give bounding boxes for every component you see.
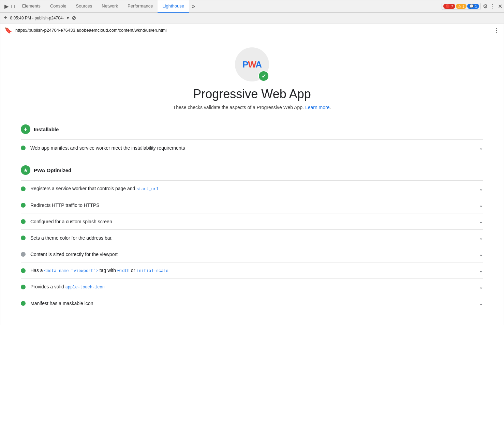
plus-icon: + xyxy=(24,126,28,133)
pwa-logo-wrapper: PWA xyxy=(21,47,483,81)
window-icon[interactable]: □ xyxy=(11,3,15,10)
audit-row-viewport-tag[interactable]: Has a <meta name="viewport"> tag with wi… xyxy=(21,262,483,278)
installable-icon: + xyxy=(21,124,30,134)
session-bar: + 8:05:49 PM - publish-p24704- ▾ ⊘ xyxy=(0,13,504,24)
page-subtitle: These checks validate the aspects of a P… xyxy=(21,105,483,110)
pass-dot xyxy=(21,146,26,150)
pwa-optimized-label: PWA Optimized xyxy=(34,167,71,173)
tab-console[interactable]: Console xyxy=(45,0,71,13)
pwa-check-badge xyxy=(258,71,269,81)
audit-text-viewport-tag: Has a <meta name="viewport"> tag with wi… xyxy=(30,268,475,273)
pass-dot xyxy=(21,203,26,208)
url-more-icon[interactable]: ⋮ xyxy=(493,27,500,34)
session-dropdown-icon[interactable]: ▾ xyxy=(67,16,69,20)
devtools-wrapper: ▶ □ Elements Console Sources Network Per… xyxy=(0,0,504,325)
chevron-down-icon: ⌄ xyxy=(479,251,483,257)
badge-group[interactable]: 🔴 7 ⚠ 1 💬 1 xyxy=(442,3,481,10)
info-icon: 💬 xyxy=(469,4,474,9)
audit-row-https[interactable]: Redirects HTTP traffic to HTTPS ⌄ xyxy=(21,197,483,213)
code-start-url: start_url xyxy=(136,187,159,192)
audit-row-service-worker[interactable]: Registers a service worker that controls… xyxy=(21,180,483,197)
subtitle-text: These checks validate the aspects of a P… xyxy=(173,105,304,110)
more-options-icon[interactable]: ⋮ xyxy=(490,3,496,10)
tab-lighthouse[interactable]: Lighthouse xyxy=(158,0,189,13)
star-icon: ★ xyxy=(23,167,28,174)
audit-text-https: Redirects HTTP traffic to HTTPS xyxy=(30,202,475,208)
main-content: PWA Progressive Web App These checks val… xyxy=(0,37,504,325)
pwa-a: A xyxy=(255,59,262,70)
block-icon[interactable]: ⊘ xyxy=(72,15,76,21)
audit-row-viewport-size[interactable]: Content is sized correctly for the viewp… xyxy=(21,246,483,262)
info-badge: 💬 1 xyxy=(467,4,479,9)
security-icon: 🔖 xyxy=(4,27,12,34)
close-icon[interactable]: ✕ xyxy=(498,3,502,10)
tab-elements[interactable]: Elements xyxy=(17,0,45,13)
pass-dot xyxy=(21,186,26,191)
page-title: Progressive Web App xyxy=(21,87,483,101)
info-count: 1 xyxy=(475,4,477,9)
pass-dot xyxy=(21,285,26,289)
tab-more-button[interactable]: » xyxy=(189,3,198,10)
code-meta-viewport: <meta name="viewport"> xyxy=(44,269,98,273)
audit-text-apple-touch-icon: Provides a valid apple-touch-icon xyxy=(30,284,475,290)
warning-badge: ⚠ 1 xyxy=(456,4,466,9)
add-session-button[interactable]: + xyxy=(4,14,8,21)
info-dot xyxy=(21,252,26,257)
url-text: https://publish-p24704-e76433.adobeaemcl… xyxy=(15,28,490,33)
tab-performance[interactable]: Performance xyxy=(123,0,158,13)
installable-label: Installable xyxy=(34,126,59,132)
audit-row-installable-1[interactable]: Web app manifest and service worker meet… xyxy=(21,139,483,156)
pwa-logo-text: PWA xyxy=(242,59,262,70)
audit-text-service-worker: Registers a service worker that controls… xyxy=(30,186,475,192)
pass-dot xyxy=(21,301,26,306)
learn-more-link[interactable]: Learn more xyxy=(305,105,330,110)
audit-text-maskable-icon: Manifest has a maskable icon xyxy=(30,301,475,306)
pwa-optimized-icon: ★ xyxy=(21,165,30,175)
audit-text-theme-color: Sets a theme color for the address bar. xyxy=(30,235,475,241)
pass-dot xyxy=(21,268,26,273)
pass-dot xyxy=(21,219,26,224)
pwa-logo-circle: PWA xyxy=(235,47,269,81)
error-badge: 🔴 7 xyxy=(443,4,455,9)
code-initial-scale: initial-scale xyxy=(136,269,168,273)
audit-text-splash: Configured for a custom splash screen xyxy=(30,219,475,224)
audit-row-theme-color[interactable]: Sets a theme color for the address bar. … xyxy=(21,229,483,246)
audit-text-viewport-size: Content is sized correctly for the viewp… xyxy=(30,252,475,257)
code-apple-touch-icon: apple-touch-icon xyxy=(65,285,105,290)
settings-icon[interactable]: ⚙ xyxy=(483,3,488,10)
session-label: 8:05:49 PM - publish-p24704- xyxy=(10,16,64,20)
chevron-down-icon: ⌄ xyxy=(479,267,483,274)
audit-row-splash[interactable]: Configured for a custom splash screen ⌄ xyxy=(21,213,483,229)
error-icon: 🔴 xyxy=(445,4,450,9)
audit-text-installable-1: Web app manifest and service worker meet… xyxy=(30,145,475,151)
error-count: 7 xyxy=(451,4,453,9)
tab-bar: ▶ □ Elements Console Sources Network Per… xyxy=(0,0,504,13)
cursor-icon[interactable]: ▶ xyxy=(4,3,9,10)
pwa-p: P xyxy=(242,59,248,70)
chevron-down-icon: ⌄ xyxy=(479,145,483,151)
chevron-down-icon: ⌄ xyxy=(479,185,483,192)
pass-dot xyxy=(21,236,26,240)
chevron-down-icon: ⌄ xyxy=(479,202,483,208)
audit-row-maskable-icon[interactable]: Manifest has a maskable icon ⌄ xyxy=(21,295,483,311)
tab-network[interactable]: Network xyxy=(97,0,123,13)
warning-count: 1 xyxy=(462,4,464,9)
chevron-down-icon: ⌄ xyxy=(479,218,483,225)
warning-icon: ⚠ xyxy=(458,4,461,9)
tab-bar-icons: ▶ □ xyxy=(2,3,17,10)
chevron-down-icon: ⌄ xyxy=(479,300,483,306)
audit-row-apple-touch-icon[interactable]: Provides a valid apple-touch-icon ⌄ xyxy=(21,278,483,295)
pwa-w: W xyxy=(248,59,255,70)
tab-right-actions: 🔴 7 ⚠ 1 💬 1 ⚙ ⋮ ✕ xyxy=(442,3,502,10)
installable-section-header: + Installable xyxy=(21,120,483,138)
pwa-optimized-section-header: ★ PWA Optimized xyxy=(21,161,483,179)
chevron-down-icon: ⌄ xyxy=(479,284,483,290)
tab-sources[interactable]: Sources xyxy=(71,0,97,13)
chevron-down-icon: ⌄ xyxy=(479,235,483,241)
url-bar: 🔖 https://publish-p24704-e76433.adobeaem… xyxy=(0,24,504,37)
code-width: width xyxy=(117,269,130,273)
